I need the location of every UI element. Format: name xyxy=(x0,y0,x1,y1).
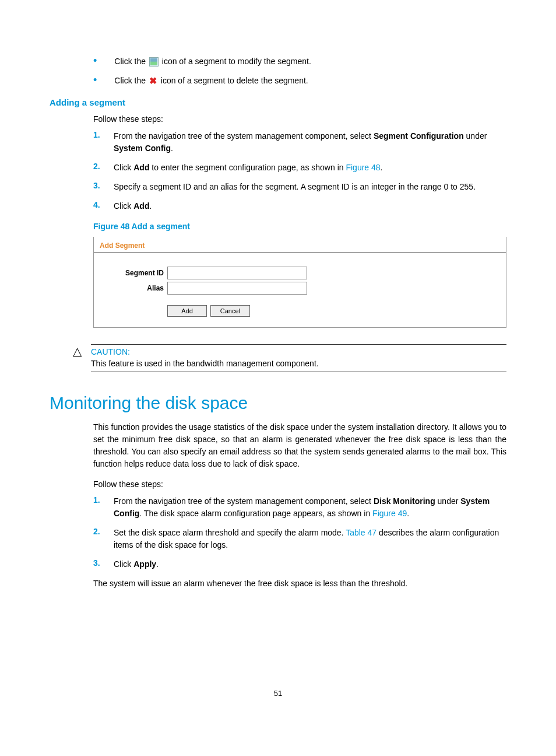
step-text: Click Apply. xyxy=(114,558,506,570)
step-2: 2. Set the disk space alarm threshold an… xyxy=(93,527,506,551)
step-text: From the navigation tree of the system m… xyxy=(114,495,506,520)
text: Click the xyxy=(114,76,148,85)
monitoring-closing: The system will issue an alarm whenever … xyxy=(93,578,506,590)
bullet-text: Click the icon of a segment to modify th… xyxy=(114,55,506,68)
table-47-link[interactable]: Table 47 xyxy=(346,528,376,537)
bullet-dot-icon: • xyxy=(93,76,97,84)
step-3: 3. Specify a segment ID and an alias for… xyxy=(93,181,506,193)
intro-text: Follow these steps: xyxy=(93,113,506,125)
steps-monitoring: 1. From the navigation tree of the syste… xyxy=(93,495,506,570)
heading-adding-segment: Adding a segment xyxy=(50,97,506,107)
delete-icon: ✖ xyxy=(149,77,157,85)
step-4: 4. Click Add. xyxy=(93,200,506,212)
caution-label: CAUTION: xyxy=(91,347,506,356)
form-row-alias: Alias xyxy=(111,282,500,295)
step-number: 1. xyxy=(93,130,114,155)
bullet-item-modify: • Click the icon of a segment to modify … xyxy=(93,55,506,68)
modify-icon xyxy=(149,57,159,66)
form-row-segment-id: Segment ID xyxy=(111,267,500,279)
monitoring-para: This function provides the usage statist… xyxy=(93,421,506,470)
button-row: Add Cancel xyxy=(167,305,500,317)
figure-add-segment: Add Segment Segment ID Alias Add Cancel xyxy=(93,237,506,328)
step-number: 3. xyxy=(93,181,114,193)
caution-content: CAUTION: This feature is used in the ban… xyxy=(91,344,506,372)
figure-title: Add Segment xyxy=(94,237,506,253)
steps-adding-segment: 1. From the navigation tree of the syste… xyxy=(93,130,506,212)
cancel-button[interactable]: Cancel xyxy=(210,305,250,317)
figure-caption: Figure 48 Add a segment xyxy=(93,222,506,231)
figure-form: Segment ID Alias Add Cancel xyxy=(94,253,506,327)
step-1: 1. From the navigation tree of the syste… xyxy=(93,495,506,520)
step-text: Click Add. xyxy=(114,200,506,212)
step-3: 3. Click Apply. xyxy=(93,558,506,570)
bullet-item-delete: • Click the ✖ icon of a segment to delet… xyxy=(93,75,506,87)
step-number: 2. xyxy=(93,527,114,551)
text: icon of a segment to modify the segment. xyxy=(160,57,311,66)
label-alias: Alias xyxy=(111,284,167,292)
step-text: Click Add to enter the segment configura… xyxy=(114,162,506,174)
figure-49-link[interactable]: Figure 49 xyxy=(372,509,407,518)
alias-input[interactable] xyxy=(167,282,307,295)
text: icon of a segment to delete the segment. xyxy=(159,76,308,85)
step-number: 4. xyxy=(93,200,114,212)
text: Click the xyxy=(114,57,148,66)
step-text: Specify a segment ID and an alias for th… xyxy=(114,181,506,193)
bullet-list: • Click the icon of a segment to modify … xyxy=(93,55,506,87)
add-button[interactable]: Add xyxy=(167,305,207,317)
heading-monitoring: Monitoring the disk space xyxy=(50,393,506,413)
step-number: 2. xyxy=(93,162,114,174)
step-2: 2. Click Add to enter the segment config… xyxy=(93,162,506,174)
step-number: 1. xyxy=(93,495,114,520)
caution-icon: △ xyxy=(73,345,82,357)
page-number: 51 xyxy=(50,689,506,698)
page-content: • Click the icon of a segment to modify … xyxy=(0,0,556,733)
segment-id-input[interactable] xyxy=(167,267,307,279)
caution-block: △ CAUTION: This feature is used in the b… xyxy=(73,344,506,372)
step-number: 3. xyxy=(93,558,114,570)
bullet-dot-icon: • xyxy=(93,57,97,65)
label-segment-id: Segment ID xyxy=(111,269,167,277)
step-text: Set the disk space alarm threshold and s… xyxy=(114,527,506,551)
step-1: 1. From the navigation tree of the syste… xyxy=(93,130,506,155)
bullet-text: Click the ✖ icon of a segment to delete … xyxy=(114,75,506,87)
monitoring-intro: Follow these steps: xyxy=(93,478,506,491)
figure-48-link[interactable]: Figure 48 xyxy=(346,163,380,172)
caution-text: This feature is used in the bandwidth ma… xyxy=(91,359,506,368)
step-text: From the navigation tree of the system m… xyxy=(114,130,506,155)
